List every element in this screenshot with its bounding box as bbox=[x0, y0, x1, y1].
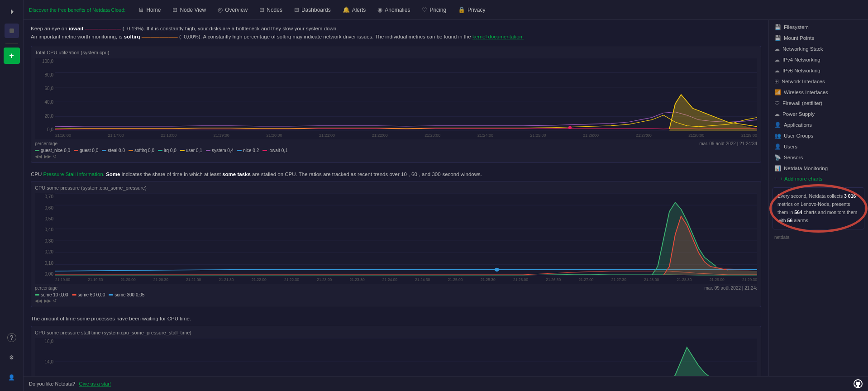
chart2-svg bbox=[55, 193, 757, 276]
chart2-footer: percentage mar. 09 août 2022 | 21:24: bbox=[35, 286, 757, 291]
chart1-plot[interactable] bbox=[55, 58, 757, 131]
chart1-nav: ◀◀ ▶▶ ↺ bbox=[35, 154, 757, 159]
expand-button[interactable] bbox=[4, 4, 20, 20]
tab-overview[interactable]: ◎ Overview bbox=[212, 4, 253, 16]
alarms-count: 56 bbox=[787, 218, 793, 223]
firewall-icon: 🛡 bbox=[774, 100, 780, 106]
star-question: Do you like Netdata? bbox=[29, 381, 75, 386]
ipv6-icon: ☁ bbox=[774, 67, 780, 74]
sidebar-item-users[interactable]: 👤 Users bbox=[769, 141, 868, 152]
add-more-charts-button[interactable]: + + Add more charts bbox=[769, 174, 868, 184]
tab-node-view[interactable]: ⊞ Node View bbox=[167, 4, 211, 16]
softirq-value: ( 0,00%). bbox=[179, 34, 203, 39]
chart2-title: CPU some pressure (system.cpu_some_press… bbox=[35, 185, 757, 191]
legend-guest-nice: guest_nice 0,0 bbox=[35, 148, 70, 153]
right-sidebar: 💾 Filesystem 💾 Mount Points ☁ Networking… bbox=[768, 20, 868, 376]
user-icon: 👤 bbox=[8, 374, 15, 381]
chart1-x-labels: 21:16:0021:17:0021:18:0021:19:00 21:20:0… bbox=[55, 131, 757, 139]
settings-button[interactable]: ⚙ bbox=[4, 349, 20, 366]
charts-count: 564 bbox=[794, 210, 802, 215]
sidebar-item-ipv6[interactable]: ☁ IPv6 Networking bbox=[769, 65, 868, 76]
give-star-link[interactable]: Give us a star! bbox=[79, 381, 111, 386]
node-indicator bbox=[5, 24, 19, 38]
legend-iowait: iowait 0,1 bbox=[262, 148, 287, 153]
github-icon[interactable] bbox=[854, 379, 863, 388]
circle-highlight bbox=[769, 184, 868, 233]
chart2-plot[interactable] bbox=[55, 193, 757, 276]
sidebar-item-filesystem[interactable]: 💾 Filesystem bbox=[769, 22, 868, 33]
tab-privacy[interactable]: 🔒 Privacy bbox=[453, 4, 491, 16]
cloud-notice: Discover the free benefits of Netdata Cl… bbox=[29, 7, 125, 13]
legend-system: system 0,4 bbox=[206, 148, 234, 153]
sidebar-item-sensors[interactable]: 📡 Sensors bbox=[769, 152, 868, 163]
netdata-monitoring-icon: 📊 bbox=[774, 165, 781, 172]
power-supply-icon: ☁ bbox=[774, 111, 780, 117]
dashboards-icon: ⊟ bbox=[294, 6, 299, 13]
sidebar-item-ipv4[interactable]: ☁ IPv4 Networking bbox=[769, 54, 868, 65]
chart3-area[interactable]: 16,0 14,0 12,0 bbox=[35, 338, 757, 376]
svg-point-6 bbox=[568, 126, 572, 129]
kernel-docs-link[interactable]: kernel documentation. bbox=[472, 34, 524, 39]
chart2-legend: some 10 0,00 some 60 0,00 some 300 0,05 bbox=[35, 292, 757, 297]
gear-icon: ⚙ bbox=[9, 354, 14, 361]
chart2-area[interactable]: 0,70 0,60 0,50 0,40 0,30 0,20 0,10 0,00 bbox=[35, 193, 757, 284]
chart2-x-labels: 21:19:0021:19:3021:20:0021:20:30 21:21:0… bbox=[55, 276, 757, 284]
chart1-unit: percentage bbox=[35, 141, 57, 146]
legend-nice: nice 0,2 bbox=[237, 148, 259, 153]
svg-point-15 bbox=[495, 268, 499, 272]
tab-alerts[interactable]: 🔔 Alerts bbox=[337, 4, 372, 16]
node-view-icon: ⊞ bbox=[172, 6, 177, 13]
home-icon: 🖥 bbox=[138, 6, 144, 13]
networking-stack-icon: ☁ bbox=[774, 46, 780, 52]
tab-home[interactable]: 🖥 Home bbox=[133, 4, 166, 16]
users-icon: 👤 bbox=[774, 143, 781, 150]
stall-time-chart: CPU some pressure stall time (system.cpu… bbox=[31, 326, 761, 376]
help-button[interactable]: ? bbox=[4, 329, 20, 346]
legend-user: user 0,1 bbox=[180, 148, 202, 153]
pressure-link[interactable]: Pressure Stall Information bbox=[43, 172, 103, 177]
network-interfaces-icon: ⊞ bbox=[774, 78, 779, 85]
chart1-y-axis: 100,0 80,0 60,0 40,0 20,0 0,0 bbox=[35, 58, 55, 139]
sidebar-item-wireless-interfaces[interactable]: 📶 Wireless Interfaces bbox=[769, 87, 868, 98]
overview-icon: ◎ bbox=[218, 6, 223, 13]
plus-icon: + bbox=[9, 51, 14, 61]
chart1-legend: guest_nice 0,0 guest 0,0 steal 0,0 softi… bbox=[35, 148, 757, 153]
main-content: Keep an eye on iowait ———————— ( 0,19%).… bbox=[24, 20, 768, 376]
chart1-footer: percentage mar. 09 août 2022 | 21:24:34 bbox=[35, 141, 757, 146]
chart3-plot[interactable] bbox=[55, 338, 757, 376]
nodes-icon: ⊟ bbox=[259, 6, 264, 13]
sidebar-item-power-supply[interactable]: ☁ Power Supply bbox=[769, 109, 868, 119]
sidebar-item-netdata-monitoring[interactable]: 📊 Netdata Monitoring bbox=[769, 163, 868, 174]
tab-nodes[interactable]: ⊟ Nodes bbox=[254, 4, 288, 16]
chart1-timestamp: mar. 09 août 2022 | 21:24:34 bbox=[699, 141, 757, 146]
privacy-icon: 🔒 bbox=[458, 6, 465, 13]
sidebar-item-networking-stack[interactable]: ☁ Networking Stack bbox=[769, 43, 868, 54]
reset-button2[interactable]: ↺ bbox=[53, 298, 57, 303]
add-dashboard-button[interactable]: + bbox=[4, 48, 20, 64]
user-button[interactable]: 👤 bbox=[4, 369, 20, 386]
pressure-description: CPU Pressure Stall Information. Some ind… bbox=[31, 170, 761, 178]
alerts-icon: 🔔 bbox=[343, 6, 350, 13]
divider bbox=[5, 43, 18, 44]
anomalies-icon: ◉ bbox=[377, 6, 382, 13]
sidebar-item-network-interfaces[interactable]: ⊞ Network Interfaces bbox=[769, 76, 868, 87]
tab-anomalies[interactable]: ◉ Anomalies bbox=[372, 4, 415, 16]
legend-irq: irq 0,0 bbox=[158, 148, 176, 153]
sidebar-item-mount-points[interactable]: 💾 Mount Points bbox=[769, 33, 868, 43]
sensors-icon: 📡 bbox=[774, 154, 781, 161]
sidebar-item-user-groups[interactable]: 👥 User Groups bbox=[769, 130, 868, 141]
tab-dashboards[interactable]: ⊟ Dashboards bbox=[289, 4, 336, 16]
nav-tabs: 🖥 Home ⊞ Node View ◎ Overview ⊟ Nodes ⊟ … bbox=[133, 4, 491, 16]
ipv4-icon: ☁ bbox=[774, 57, 780, 63]
mount-points-icon: 💾 bbox=[774, 35, 781, 41]
cpu-pressure-chart: CPU some pressure (system.cpu_some_press… bbox=[31, 181, 761, 307]
sidebar-item-applications[interactable]: 👤 Applications bbox=[769, 119, 868, 130]
chart1-title: Total CPU utilization (system.cpu) bbox=[35, 50, 757, 55]
legend-some10: some 10 0,00 bbox=[35, 292, 68, 297]
sidebar-item-firewall[interactable]: 🛡 Firewall (netfilter) bbox=[769, 98, 868, 109]
tab-pricing[interactable]: ♡ Pricing bbox=[416, 4, 452, 16]
stall-time-desc: The amount of time some processes have b… bbox=[31, 315, 761, 323]
reset-button[interactable]: ↺ bbox=[53, 154, 57, 159]
chart1-area[interactable]: 100,0 80,0 60,0 40,0 20,0 0,0 bbox=[35, 58, 757, 139]
applications-icon: 👤 bbox=[774, 122, 781, 128]
